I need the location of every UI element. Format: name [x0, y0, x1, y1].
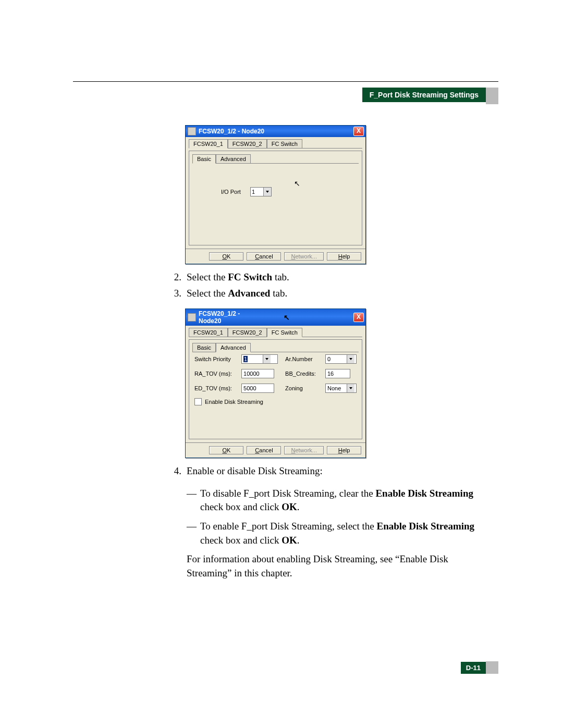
tab-row: FCSW20_1 FCSW20_2 FC Switch: [186, 326, 365, 337]
help-button[interactable]: Help: [327, 446, 361, 454]
titlebar: FCSW20_1/2 - Node20 X: [186, 126, 365, 137]
basic-panel: I/O Port ↖: [192, 164, 359, 242]
window-title: FCSW20_1/2 - Node20: [199, 128, 353, 135]
chevron-down-icon[interactable]: [347, 384, 354, 392]
chevron-down-icon[interactable]: [263, 188, 271, 196]
step-text: Enable or disable Disk Streaming:: [187, 464, 490, 478]
ok-button[interactable]: OK: [209, 252, 243, 261]
tab-fcsw20-2[interactable]: FCSW20_2: [228, 139, 267, 148]
window-title: FCSW20_1/2 - Node20: [199, 310, 263, 325]
side-tab: [486, 88, 498, 104]
dialog-basic: FCSW20_1/2 - Node20 X FCSW20_1 FCSW20_2 …: [185, 125, 366, 264]
sub-step-text: To disable F_port Disk Streaming, clear …: [200, 487, 490, 514]
help-button[interactable]: Help: [327, 252, 361, 261]
enable-disk-streaming-checkbox[interactable]: [194, 398, 202, 405]
advanced-panel: Switch Priority 1 Ar.Number 0 RA_TOV (ms…: [192, 352, 359, 397]
tab-fc-switch[interactable]: FC Switch: [267, 139, 302, 148]
cancel-button[interactable]: Cancel: [247, 446, 281, 454]
dash-icon: —: [187, 487, 200, 514]
bb-credits-label: BB_Credits:: [285, 371, 318, 377]
ok-button[interactable]: OK: [209, 446, 243, 454]
window-icon: [188, 313, 196, 322]
header-rule: [73, 81, 498, 82]
cancel-button[interactable]: Cancel: [247, 252, 281, 261]
io-port-value[interactable]: [251, 188, 263, 195]
tab-fcsw20-2[interactable]: FCSW20_2: [228, 328, 267, 337]
tab-panel: Basic Advanced I/O Port ↖: [189, 151, 362, 245]
button-row: OK Cancel Network... Help: [186, 442, 365, 458]
enable-disk-streaming-label: Enable Disk Streaming: [205, 399, 263, 405]
tab-row: FCSW20_1 FCSW20_2 FC Switch: [186, 137, 365, 149]
zoning-dropdown[interactable]: None: [325, 384, 357, 393]
cursor-icon: ↖: [294, 179, 300, 188]
ar-number-label: Ar.Number: [285, 356, 318, 362]
note-paragraph: For information about enabling Disk Stre…: [187, 552, 490, 580]
subtab-basic[interactable]: Basic: [192, 343, 216, 352]
subtab-basic[interactable]: Basic: [192, 154, 216, 164]
tab-panel: Basic Advanced Switch Priority 1 Ar.Numb…: [189, 339, 362, 439]
page: F_Port Disk Streaming Settings FCSW20_1/…: [0, 0, 563, 728]
step-text: Select the FC Switch tab.: [187, 270, 490, 285]
dash-icon: —: [187, 520, 200, 547]
cursor-icon: ↖: [284, 313, 290, 322]
close-icon[interactable]: X: [353, 313, 364, 322]
chevron-down-icon[interactable]: [263, 355, 271, 363]
sub-step-text: To enable F_port Disk Streaming, select …: [200, 520, 490, 547]
ra-tov-label: RA_TOV (ms):: [194, 371, 234, 377]
subtab-advanced[interactable]: Advanced: [216, 154, 251, 163]
ra-tov-input[interactable]: [241, 369, 274, 378]
titlebar: FCSW20_1/2 - Node20 ↖ X: [186, 309, 365, 326]
switch-priority-dropdown[interactable]: 1: [241, 354, 278, 364]
content: FCSW20_1/2 - Node20 X FCSW20_1 FCSW20_2 …: [167, 125, 490, 580]
page-number: D-11: [461, 662, 486, 674]
step-list: 4. Enable or disable Disk Streaming:: [167, 464, 490, 478]
tab-fcsw20-1[interactable]: FCSW20_1: [189, 139, 228, 149]
side-tabs: [486, 88, 498, 106]
ed-tov-label: ED_TOV (ms):: [194, 385, 234, 391]
step-number: 4.: [167, 464, 181, 478]
window-icon: [188, 127, 196, 135]
chevron-down-icon[interactable]: [347, 355, 354, 363]
step-number: 2.: [167, 270, 181, 285]
close-icon[interactable]: X: [353, 127, 364, 136]
section-title: F_Port Disk Streaming Settings: [362, 88, 486, 102]
step-text: Select the Advanced tab.: [187, 287, 490, 301]
step-number: 3.: [167, 287, 181, 301]
tab-fc-switch[interactable]: FC Switch: [267, 328, 302, 337]
dialog-advanced: FCSW20_1/2 - Node20 ↖ X FCSW20_1 FCSW20_…: [185, 309, 366, 458]
ed-tov-input[interactable]: [241, 384, 274, 393]
io-port-label: I/O Port: [221, 189, 241, 195]
step-list: 2. Select the FC Switch tab. 3. Select t…: [167, 270, 490, 300]
switch-priority-label: Switch Priority: [194, 356, 234, 362]
bb-credits-input[interactable]: [325, 369, 350, 378]
footer-tab: [486, 661, 498, 674]
ar-number-dropdown[interactable]: 0: [325, 354, 357, 364]
network-button: Network...: [284, 252, 324, 261]
subtab-advanced[interactable]: Advanced: [216, 343, 251, 352]
network-button: Network...: [284, 446, 324, 454]
button-row: OK Cancel Network... Help: [186, 249, 365, 264]
io-port-dropdown[interactable]: [250, 187, 272, 196]
zoning-label: Zoning: [285, 385, 318, 391]
tab-fcsw20-1[interactable]: FCSW20_1: [189, 328, 228, 337]
sub-list: — To disable F_port Disk Streaming, clea…: [187, 487, 490, 547]
